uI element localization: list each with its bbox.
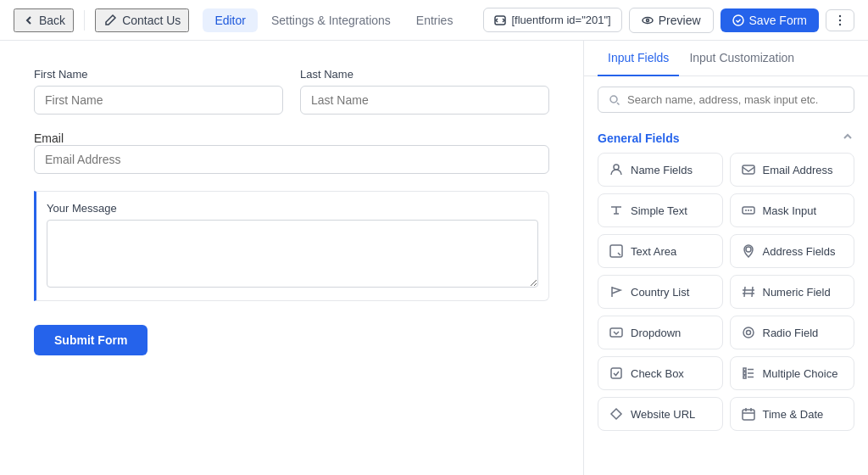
field-item-name-fields[interactable]: Name Fields xyxy=(598,153,723,187)
shortcode-icon xyxy=(494,14,506,26)
save-form-button[interactable]: Save Form xyxy=(721,8,819,32)
section-title: General Fields xyxy=(598,131,679,145)
checkbox-icon xyxy=(609,366,624,381)
save-label: Save Form xyxy=(749,14,807,27)
contact-label-button[interactable]: Contact Us xyxy=(95,8,189,32)
field-item-country-list[interactable]: Country List xyxy=(598,275,723,309)
arrow-left-icon xyxy=(22,14,36,27)
svg-rect-9 xyxy=(743,165,754,174)
svg-point-12 xyxy=(746,247,751,252)
first-name-label: First Name xyxy=(34,68,283,81)
last-name-field: Last Name xyxy=(300,68,549,115)
search-icon xyxy=(609,94,620,106)
eye-icon xyxy=(642,14,654,26)
tab-input-customization[interactable]: Input Customization xyxy=(679,41,804,76)
tab-entries[interactable]: Entries xyxy=(404,8,465,32)
search-input[interactable] xyxy=(627,93,843,106)
first-name-input[interactable] xyxy=(34,86,283,115)
last-name-label: Last Name xyxy=(300,68,549,81)
svg-rect-20 xyxy=(743,410,754,420)
field-item-text-area[interactable]: Text Area xyxy=(598,234,723,268)
text-icon xyxy=(609,203,624,218)
nav-right: [fluentform id="201"] Preview Save Form xyxy=(483,8,854,33)
panel-tabs: Input Fields Input Customization xyxy=(584,41,868,76)
shortcode-text: [fluentform id="201"] xyxy=(511,14,610,26)
tab-input-fields[interactable]: Input Fields xyxy=(598,41,679,76)
mask-icon xyxy=(741,203,756,218)
field-item-dropdown[interactable]: Dropdown xyxy=(598,316,723,349)
message-textarea[interactable] xyxy=(47,220,538,288)
back-button[interactable]: Back xyxy=(14,8,74,32)
textarea-icon xyxy=(609,243,624,259)
search-wrap xyxy=(598,87,854,113)
more-options-button[interactable] xyxy=(826,9,854,31)
message-block: Your Message xyxy=(34,191,549,301)
field-item-radio-field[interactable]: Radio Field xyxy=(730,316,855,349)
nav-divider xyxy=(84,10,85,31)
svg-point-3 xyxy=(733,15,743,25)
contact-label: Contact Us xyxy=(122,14,181,27)
calendar-icon xyxy=(741,406,756,422)
first-name-field: First Name xyxy=(34,68,283,115)
top-nav: Back Contact Us Editor Settings & Integr… xyxy=(0,0,868,41)
more-icon xyxy=(833,14,847,27)
last-name-input[interactable] xyxy=(300,86,549,115)
tab-editor[interactable]: Editor xyxy=(203,8,258,32)
field-item-website-url[interactable]: Website URL xyxy=(598,397,723,431)
diamond-icon xyxy=(609,406,624,422)
field-item-address-fields[interactable]: Address Fields xyxy=(730,234,855,268)
back-label: Back xyxy=(39,14,65,27)
svg-point-14 xyxy=(743,327,754,338)
panel-search xyxy=(584,76,868,123)
svg-point-1 xyxy=(643,17,653,23)
email-label: Email xyxy=(34,131,64,145)
dropdown-icon xyxy=(609,325,624,340)
svg-point-7 xyxy=(610,96,617,103)
list-icon xyxy=(741,366,756,381)
svg-rect-13 xyxy=(610,328,622,337)
svg-rect-19 xyxy=(743,376,746,378)
section-header: General Fields xyxy=(584,123,868,153)
svg-point-15 xyxy=(746,331,750,335)
radio-icon xyxy=(741,325,756,340)
field-label-radio-field: Radio Field xyxy=(763,327,819,339)
fields-grid: Name Fields Email Address Simple Text xyxy=(584,153,868,441)
field-label-email-address: Email Address xyxy=(763,164,833,176)
person-icon xyxy=(609,162,624,177)
svg-point-5 xyxy=(839,19,841,20)
field-item-time-date[interactable]: Time & Date xyxy=(730,397,855,431)
edit-icon xyxy=(103,14,117,27)
field-item-email-address[interactable]: Email Address xyxy=(730,153,855,187)
svg-rect-16 xyxy=(611,368,621,378)
hash-icon xyxy=(741,284,756,299)
chevron-up-icon xyxy=(841,130,854,143)
field-item-numeric-field[interactable]: Numeric Field xyxy=(730,275,855,309)
tab-settings[interactable]: Settings & Integrations xyxy=(259,8,403,32)
email-input[interactable] xyxy=(34,145,549,174)
svg-rect-17 xyxy=(743,368,746,371)
field-label-dropdown: Dropdown xyxy=(631,327,681,339)
field-item-simple-text[interactable]: Simple Text xyxy=(598,193,723,227)
svg-point-2 xyxy=(646,19,648,21)
field-label-time-date: Time & Date xyxy=(763,408,824,421)
field-label-simple-text: Simple Text xyxy=(631,204,687,217)
field-label-check-box: Check Box xyxy=(631,367,684,380)
section-toggle[interactable] xyxy=(841,130,854,146)
email-icon xyxy=(741,162,756,177)
svg-point-8 xyxy=(614,165,619,170)
pin-icon xyxy=(741,243,756,259)
svg-point-6 xyxy=(839,23,841,25)
submit-button[interactable]: Submit Form xyxy=(34,325,147,355)
field-label-numeric-field: Numeric Field xyxy=(763,286,831,299)
nav-tabs: Editor Settings & Integrations Entries xyxy=(203,8,465,32)
name-row: First Name Last Name xyxy=(34,68,549,115)
field-item-multiple-choice[interactable]: Multiple Choice xyxy=(730,356,855,390)
flag-icon xyxy=(609,284,624,299)
field-label-multiple-choice: Multiple Choice xyxy=(763,367,838,380)
field-item-check-box[interactable]: Check Box xyxy=(598,356,723,390)
svg-rect-18 xyxy=(743,372,746,375)
field-item-mask-input[interactable]: Mask Input xyxy=(730,193,855,227)
preview-button[interactable]: Preview xyxy=(629,8,714,33)
shortcode-button[interactable]: [fluentform id="201"] xyxy=(483,8,621,32)
message-label: Your Message xyxy=(47,202,538,215)
